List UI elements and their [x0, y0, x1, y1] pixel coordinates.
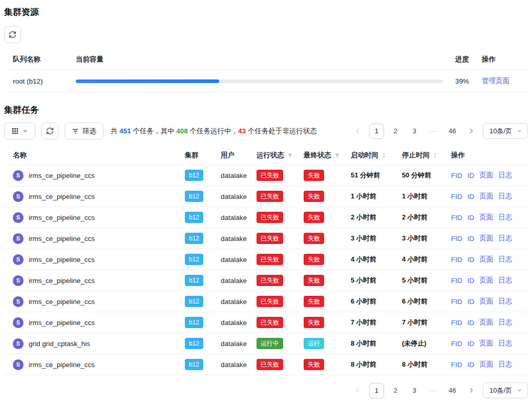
id-link[interactable]: ID: [467, 193, 475, 200]
refresh-icon: [9, 31, 16, 38]
final-status-badge: 失败: [304, 359, 324, 370]
id-link[interactable]: ID: [467, 277, 475, 285]
next-page-button[interactable]: [464, 383, 479, 398]
header-resources-action: 操作: [482, 55, 528, 64]
stop-time: 1 小时前: [402, 192, 451, 201]
id-link[interactable]: ID: [467, 298, 475, 306]
page-button-2[interactable]: 2: [388, 383, 403, 398]
page-link[interactable]: 页面: [479, 192, 493, 201]
log-link[interactable]: 日志: [498, 192, 512, 201]
page-link[interactable]: 页面: [479, 276, 493, 285]
columns-dropdown-button[interactable]: [4, 123, 35, 139]
filter-button[interactable]: 筛选: [65, 123, 103, 139]
task-row: S irms_ce_pipeline_ccs b12 datalake 已失败 …: [4, 165, 528, 186]
id-link[interactable]: ID: [467, 361, 475, 369]
log-link[interactable]: 日志: [498, 318, 512, 327]
fid-link[interactable]: FID: [451, 361, 462, 369]
page-link[interactable]: 页面: [479, 213, 493, 222]
fid-link[interactable]: FID: [451, 277, 462, 285]
sort-carets-icon[interactable]: [433, 152, 438, 159]
fid-link[interactable]: FID: [451, 340, 462, 348]
id-link[interactable]: ID: [467, 235, 475, 242]
fid-link[interactable]: FID: [451, 298, 462, 306]
filter-funnel-icon[interactable]: [287, 153, 293, 158]
log-link[interactable]: 日志: [498, 339, 512, 348]
log-link[interactable]: 日志: [498, 213, 512, 222]
header-current-capacity: 当前容量: [76, 55, 455, 64]
log-link[interactable]: 日志: [498, 234, 512, 243]
start-time: 3 小时前: [351, 234, 402, 243]
task-name: irms_ce_pipeline_ccs: [29, 298, 95, 306]
sort-carets-icon[interactable]: [381, 152, 387, 159]
next-page-button[interactable]: [464, 124, 479, 139]
page-button-last[interactable]: 46: [445, 124, 460, 139]
cluster-tasks-title: 集群任务: [4, 105, 528, 115]
fid-link[interactable]: FID: [451, 319, 462, 327]
fid-link[interactable]: FID: [451, 193, 462, 200]
fid-link[interactable]: FID: [451, 214, 462, 221]
cluster-badge: b12: [185, 254, 203, 265]
fid-link[interactable]: FID: [451, 235, 462, 242]
page-size-select[interactable]: 10条/页: [483, 123, 528, 139]
stop-time: 7 小时前: [402, 318, 451, 327]
summary-total-count: 451: [119, 127, 131, 135]
page-button-last[interactable]: 46: [445, 383, 460, 398]
queue-name: root (b12): [4, 77, 76, 85]
page-button-1[interactable]: 1: [369, 383, 384, 398]
fid-link[interactable]: FID: [451, 172, 462, 179]
page-ellipsis[interactable]: ···: [426, 124, 441, 139]
stop-time: 2 小时前: [402, 213, 451, 222]
page-link[interactable]: 页面: [479, 234, 493, 243]
header-queue-name: 队列名称: [4, 55, 76, 64]
task-avatar: S: [13, 191, 24, 202]
page-link[interactable]: 页面: [479, 171, 493, 180]
id-link[interactable]: ID: [467, 340, 475, 348]
page-link[interactable]: 页面: [479, 339, 493, 348]
page-button-3[interactable]: 3: [407, 383, 422, 398]
log-link[interactable]: 日志: [498, 297, 512, 306]
stop-time: 4 小时前: [402, 255, 451, 264]
task-user: datalake: [221, 319, 257, 327]
task-name: irms_ce_pipeline_ccs: [29, 193, 95, 200]
tasks-table: 名称 集群 用户 运行状态 最终状态 启动时间: [4, 146, 528, 375]
run-status-badge: 已失败: [257, 233, 283, 244]
page-link[interactable]: 页面: [479, 255, 493, 264]
log-link[interactable]: 日志: [498, 255, 512, 264]
cluster-badge: b12: [185, 275, 203, 286]
final-status-badge: 运行: [304, 338, 324, 349]
final-status-badge: 失败: [304, 233, 324, 244]
task-row: S irms_ce_pipeline_ccs b12 datalake 已失败 …: [4, 291, 528, 312]
chevron-down-icon: [517, 388, 522, 393]
cluster-badge: b12: [185, 338, 203, 349]
page-link[interactable]: 页面: [479, 318, 493, 327]
filter-funnel-icon[interactable]: [334, 153, 340, 158]
manage-page-link[interactable]: 管理页面: [482, 77, 509, 85]
capacity-progressbar: [76, 79, 443, 83]
log-link[interactable]: 日志: [498, 171, 512, 180]
fid-link[interactable]: FID: [451, 256, 462, 264]
page-button-2[interactable]: 2: [388, 124, 403, 139]
tasks-refresh-button[interactable]: [41, 123, 58, 139]
log-link[interactable]: 日志: [498, 276, 512, 285]
log-link[interactable]: 日志: [498, 360, 512, 369]
id-link[interactable]: ID: [467, 256, 475, 264]
page-button-3[interactable]: 3: [407, 124, 422, 139]
filter-lines-icon: [72, 128, 79, 135]
prev-page-button[interactable]: [350, 124, 365, 139]
cluster-badge: b12: [185, 170, 203, 181]
resources-refresh-button[interactable]: [4, 26, 21, 43]
run-status-badge: 已失败: [257, 254, 283, 265]
task-row: S irms_ce_pipeline_ccs b12 datalake 已失败 …: [4, 312, 528, 333]
page-link[interactable]: 页面: [479, 360, 493, 369]
capacity-progressbar-fill: [76, 79, 219, 83]
prev-page-button[interactable]: [350, 383, 365, 398]
final-status-badge: 失败: [304, 191, 324, 202]
page-ellipsis[interactable]: ···: [426, 383, 441, 398]
page-button-1[interactable]: 1: [369, 124, 384, 139]
id-link[interactable]: ID: [467, 172, 475, 179]
start-time: 5 小时前: [351, 276, 402, 285]
page-link[interactable]: 页面: [479, 297, 493, 306]
id-link[interactable]: ID: [467, 319, 475, 327]
id-link[interactable]: ID: [467, 214, 475, 221]
page-size-select[interactable]: 10条/页: [483, 382, 528, 398]
